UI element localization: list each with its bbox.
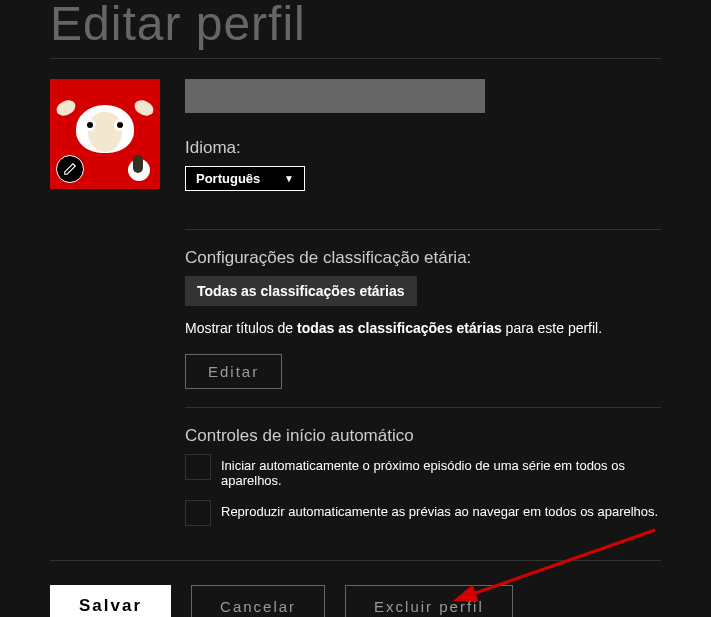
language-selected: Português	[196, 171, 260, 186]
avatar-container	[50, 79, 160, 189]
language-label: Idioma:	[185, 138, 661, 158]
autoplay-heading: Controles de início automático	[185, 426, 661, 446]
profile-name-input[interactable]	[185, 79, 485, 113]
cancel-button[interactable]: Cancelar	[191, 585, 325, 617]
autoplay-next-checkbox[interactable]	[185, 454, 211, 480]
maturity-chip: Todas as classificações etárias	[185, 276, 417, 306]
divider	[50, 58, 661, 59]
pencil-icon	[63, 162, 77, 176]
divider	[185, 229, 661, 230]
save-button[interactable]: Salvar	[50, 585, 171, 617]
divider	[185, 407, 661, 408]
maturity-description: Mostrar títulos de todas as classificaçõ…	[185, 320, 661, 336]
autoplay-previews-label: Reproduzir automaticamente as prévias ao…	[221, 500, 658, 519]
language-select[interactable]: Português ▼	[185, 166, 305, 191]
autoplay-previews-checkbox[interactable]	[185, 500, 211, 526]
page-title: Editar perfil	[50, 0, 661, 48]
autoplay-previews-row: Reproduzir automaticamente as prévias ao…	[185, 500, 661, 526]
edit-avatar-button[interactable]	[56, 155, 84, 183]
autoplay-next-label: Iniciar automaticamente o próximo episód…	[221, 454, 661, 488]
caret-down-icon: ▼	[284, 173, 294, 184]
edit-maturity-button[interactable]: Editar	[185, 354, 282, 389]
footer-buttons: Salvar Cancelar Excluir perfil	[50, 585, 661, 617]
delete-profile-button[interactable]: Excluir perfil	[345, 585, 513, 617]
divider	[50, 560, 661, 561]
autoplay-next-row: Iniciar automaticamente o próximo episód…	[185, 454, 661, 488]
maturity-heading: Configurações de classificação etária:	[185, 248, 661, 268]
